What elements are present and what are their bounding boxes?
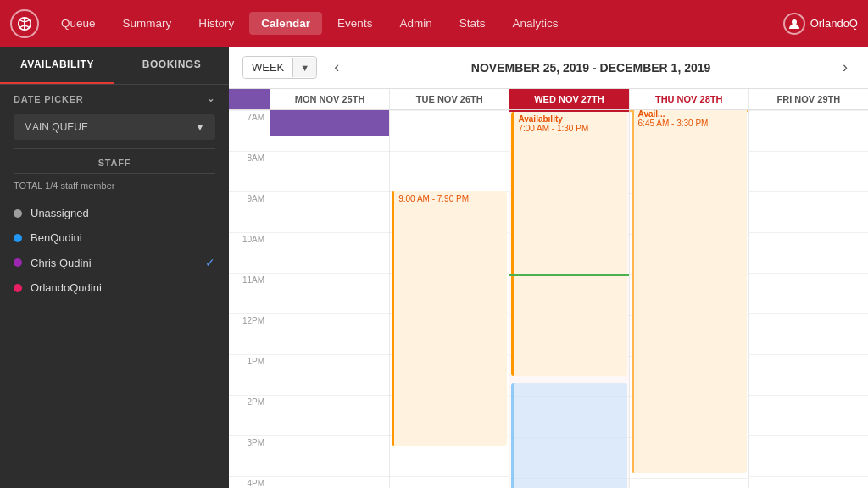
header-fri: FRI NOV 29TH bbox=[748, 89, 868, 109]
staff-dot-orlandoqudini bbox=[14, 284, 22, 292]
time-12pm: 12PM bbox=[229, 313, 270, 354]
fri-slot-10am[interactable] bbox=[749, 232, 868, 273]
staff-header: STAFF bbox=[14, 148, 215, 174]
mon-slot-1pm[interactable] bbox=[270, 354, 389, 395]
staff-item-orlandoqudini[interactable]: OrlandoQudini bbox=[14, 275, 215, 300]
mon-slot-2pm[interactable] bbox=[270, 395, 389, 435]
tue-availability-event[interactable]: 9:00 AM - 7:90 PM bbox=[392, 191, 507, 446]
nav-stats[interactable]: Stats bbox=[448, 12, 498, 35]
thu-event-time: 6:45 AM - 3:30 PM bbox=[638, 119, 743, 128]
staff-dot-chrisqudini bbox=[14, 258, 22, 267]
fri-slot-8am[interactable] bbox=[749, 151, 868, 191]
tue-slot-4pm[interactable] bbox=[390, 476, 509, 488]
mon-slot-9am[interactable] bbox=[270, 191, 389, 232]
time-column: 7AM 8AM 9AM 10AM 11AM 12PM 1PM 2PM 3PM 4… bbox=[229, 110, 270, 488]
tab-bookings[interactable]: BOOKINGS bbox=[114, 47, 229, 84]
fri-slot-9am[interactable] bbox=[749, 191, 868, 232]
nav-events[interactable]: Events bbox=[326, 12, 384, 35]
time-2pm: 2PM bbox=[229, 395, 270, 435]
prev-week-button[interactable]: ‹ bbox=[327, 58, 346, 76]
mon-slot-10am[interactable] bbox=[270, 232, 389, 273]
time-9am: 9AM bbox=[229, 191, 270, 232]
wed-event-time: 7:00 AM - 1:30 PM bbox=[518, 124, 622, 133]
day-col-fri[interactable] bbox=[748, 110, 868, 488]
thu-slot-4pm[interactable] bbox=[630, 478, 748, 488]
grid-header: MON NOV 25TH TUE NOV 26TH WED NOV 27TH T… bbox=[229, 89, 868, 110]
staff-name-benqudini: BenQudini bbox=[31, 231, 82, 244]
time-header bbox=[229, 89, 270, 109]
next-week-button[interactable]: › bbox=[836, 58, 854, 76]
staff-name-orlandoqudini: OrlandoQudini bbox=[31, 281, 102, 294]
wed-event-label: Availabılity bbox=[518, 114, 622, 124]
nav-history[interactable]: History bbox=[186, 12, 246, 35]
week-dropdown-arrow[interactable]: ▼ bbox=[292, 58, 316, 77]
nav-admin[interactable]: Admin bbox=[387, 12, 443, 35]
week-label: WEEK bbox=[243, 57, 292, 78]
fri-slot-12pm[interactable] bbox=[749, 313, 868, 354]
staff-item-chrisqudini[interactable]: Chris Qudini ✓ bbox=[14, 250, 215, 275]
mon-slot-3pm[interactable] bbox=[270, 435, 389, 476]
dropdown-arrow-icon: ▼ bbox=[195, 121, 205, 133]
calendar-controls: WEEK ▼ ‹ NOVEMBER 25, 2019 - DECEMBER 1,… bbox=[229, 47, 868, 89]
mon-slot-12pm[interactable] bbox=[270, 313, 389, 354]
fri-slot-3pm[interactable] bbox=[749, 435, 868, 476]
fri-slot-11am[interactable] bbox=[749, 273, 868, 313]
staff-item-benqudini[interactable]: BenQudini bbox=[14, 225, 215, 250]
fri-slot-4pm[interactable] bbox=[749, 476, 868, 488]
tue-slot-8am[interactable] bbox=[390, 151, 509, 191]
header-mon: MON NOV 25TH bbox=[270, 89, 389, 109]
date-picker-header[interactable]: DATE PICKER ⌄ bbox=[0, 85, 229, 109]
day-col-tue[interactable]: 9:00 AM - 7:90 PM bbox=[389, 110, 509, 488]
day-col-mon[interactable] bbox=[270, 110, 389, 488]
tab-availability[interactable]: AVAILABILITY bbox=[0, 47, 114, 84]
header-tue: TUE NOV 26TH bbox=[389, 89, 509, 109]
header-thu: THU NOV 28TH bbox=[629, 89, 748, 109]
staff-item-unassigned[interactable]: Unassigned bbox=[14, 201, 215, 225]
staff-dot-unassigned bbox=[14, 209, 22, 218]
tue-slot-7am[interactable] bbox=[390, 110, 509, 151]
queue-label: MAIN QUEUE bbox=[24, 121, 88, 133]
day-col-thu[interactable]: Avail... 6:45 AM - 3:30 PM bbox=[629, 110, 748, 488]
time-10am: 10AM bbox=[229, 232, 270, 273]
top-navigation: Queue Summary History Calendar Events Ad… bbox=[0, 0, 868, 47]
header-wed: WED NOV 27TH bbox=[509, 89, 628, 109]
tue-event-time: 9:00 AM - 7:90 PM bbox=[398, 194, 503, 203]
mon-slot-4pm[interactable] bbox=[270, 476, 389, 488]
calendar-area: WEEK ▼ ‹ NOVEMBER 25, 2019 - DECEMBER 1,… bbox=[229, 47, 868, 488]
staff-section: STAFF TOTAL 1/4 staff member Unassigned … bbox=[0, 145, 229, 303]
user-avatar bbox=[783, 13, 805, 35]
date-picker-label: DATE PICKER bbox=[14, 94, 84, 104]
queue-selector[interactable]: MAIN QUEUE ▼ bbox=[14, 114, 215, 140]
day-col-wed[interactable]: Availabılity 7:00 AM - 1:30 PM bbox=[509, 110, 628, 488]
mon-slot-8am[interactable] bbox=[270, 151, 389, 191]
wed-availability-event[interactable]: Availabılity 7:00 AM - 1:30 PM bbox=[511, 112, 626, 376]
staff-dot-benqudini bbox=[14, 234, 22, 242]
mon-slot-11am[interactable] bbox=[270, 273, 389, 313]
fri-slot-7am[interactable] bbox=[749, 110, 868, 151]
nav-analytics[interactable]: Analytics bbox=[500, 12, 570, 35]
logo[interactable] bbox=[10, 9, 39, 38]
week-selector[interactable]: WEEK ▼ bbox=[242, 56, 317, 79]
fri-slot-1pm[interactable] bbox=[749, 354, 868, 395]
wed-green-line bbox=[509, 274, 628, 276]
nav-queue[interactable]: Queue bbox=[49, 12, 108, 35]
staff-name-unassigned: Unassigned bbox=[31, 207, 89, 219]
sidebar-tabs: AVAILABILITY BOOKINGS bbox=[0, 47, 229, 85]
fri-slot-2pm[interactable] bbox=[749, 395, 868, 435]
nav-calendar[interactable]: Calendar bbox=[249, 12, 322, 35]
main-layout: AVAILABILITY BOOKINGS DATE PICKER ⌄ MAIN… bbox=[0, 47, 868, 488]
thu-event-label: Avail... bbox=[638, 109, 743, 119]
time-11am: 11AM bbox=[229, 273, 270, 313]
staff-total: TOTAL 1/4 staff member bbox=[14, 180, 215, 191]
time-4pm: 4PM bbox=[229, 476, 270, 488]
wed-blue-event[interactable] bbox=[511, 383, 626, 488]
time-1pm: 1PM bbox=[229, 354, 270, 395]
thu-availability-event[interactable]: Avail... 6:45 AM - 3:30 PM bbox=[632, 107, 747, 473]
user-menu[interactable]: OrlandoQ bbox=[783, 13, 858, 35]
grid-body: 7AM 8AM 9AM 10AM 11AM 12PM 1PM 2PM 3PM 4… bbox=[229, 110, 868, 488]
date-range-label: NOVEMBER 25, 2019 - DECEMBER 1, 2019 bbox=[356, 61, 826, 75]
nav-summary[interactable]: Summary bbox=[111, 12, 184, 35]
time-8am: 8AM bbox=[229, 151, 270, 191]
sidebar: AVAILABILITY BOOKINGS DATE PICKER ⌄ MAIN… bbox=[0, 47, 229, 488]
time-3pm: 3PM bbox=[229, 435, 270, 476]
